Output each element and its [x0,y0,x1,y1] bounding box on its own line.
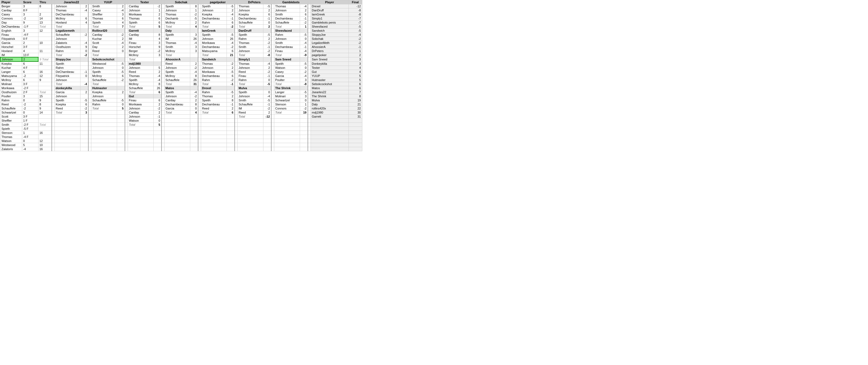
team-separator [161,123,164,127]
gamblebots-player-score: -9 [300,53,308,57]
jsearles22-player-score: -4 [80,41,88,45]
team-separator [308,147,311,151]
player-score: 1 F [22,119,38,123]
player-score: 3 [22,94,38,98]
drpeters-player-name: Johnson [238,49,263,53]
final-player-score: 21 [348,102,362,107]
texter-player-score: 1 [153,8,161,12]
texter-player-name [128,139,153,143]
team-separator [235,143,238,147]
drpeters-player-score: -5 [263,33,271,37]
pagelpoker-player-score: -2 [226,62,235,66]
drpeters-player-name: Speith [238,33,263,37]
jsearles22-player-name: Johnson [55,4,80,8]
drpeters-player-name: Total [238,25,263,29]
jsearles22-player-name: donkeykilla [55,86,80,90]
texter-player-name: Thomas [128,74,153,78]
team-separator [308,119,311,123]
team-separator [271,135,274,139]
team-separator [198,45,201,49]
texter-player-score: 6 [153,90,161,94]
team-separator [235,4,238,8]
player-thru: 8 [38,102,52,107]
team-separator [88,86,91,90]
jsearles22-player-score: 6 [80,17,88,21]
player-thru: Total [38,90,52,94]
team-separator [235,127,238,131]
team-separator [308,90,311,94]
team-separator [308,111,311,115]
drpeters-player-name: Thomas [238,62,263,66]
pagelpoker-player-score: -2 [226,78,235,82]
team-separator [88,37,91,41]
team-separator [125,70,128,74]
jsearles22-player-score: -2 [80,33,88,37]
team-separator [308,49,311,53]
jsearles22-player-name: Oosthuizen [55,45,80,49]
sobchak-player-score [190,115,198,119]
col-sep8 [308,0,311,4]
main-table: Player Score Thru Jsearles22 YUUP Texter… [0,0,362,151]
sobchak-player-name [164,123,190,127]
team-separator [308,33,311,37]
pagelpoker-player-name: Dechambeau [201,45,226,49]
team-separator [235,139,238,143]
texter-player-score: 2 [153,70,161,74]
player-thru: 16 [38,70,52,74]
team-separator [125,57,128,62]
drpeters-player-name [238,127,263,131]
player-thru: 15 [38,94,52,98]
separator [52,107,55,111]
texter-player-name: IM [128,37,153,41]
team-separator [88,147,91,151]
final-player-name: Sobchak [311,37,348,41]
team-separator [308,82,311,86]
player-name: Garcia [0,41,22,45]
jsearles22-player-name: DeChambeau [55,70,80,74]
texter-player-name: Horschel [128,45,153,49]
pagelpoker-player-name: Johnson [201,66,226,70]
yuup-player-name: Speith [91,70,117,74]
pagelpoker-player-score: 6 [226,21,235,25]
gamblebots-player-score: 2 [300,8,308,12]
final-player-name: Drexel [311,4,348,8]
yuup-player-name [91,115,117,119]
texter-player-score [153,143,161,147]
player-thru [38,37,52,41]
team-separator [308,37,311,41]
team-separator [271,107,274,111]
team-separator [271,82,274,86]
separator [52,57,55,62]
drpeters-player-name: Thomas [238,41,263,45]
team-separator [308,21,311,25]
gamblebots-player-score [300,86,308,90]
separator [52,90,55,94]
pagelpoker-player-name: Total [201,82,226,86]
team-separator [271,12,274,17]
texter-player-name: Finau [128,41,153,45]
col-player: Player [0,0,22,4]
gamblebots-player-name: Dechambeau [274,45,300,49]
team-separator [235,119,238,123]
pagelpoker-player-name: Speith [201,33,226,37]
team-separator [271,25,274,29]
final-player-name: Gamblebots penis [311,21,348,25]
team-separator [235,74,238,78]
team-separator [88,4,91,8]
jsearles22-player-score [80,66,88,70]
pagelpoker-player-name: Morikawa [201,41,226,45]
sobchak-player-name: McIlroy [164,49,190,53]
texter-player-name: Cantlay [128,111,153,115]
team-separator [88,66,91,70]
team-separator [235,135,238,139]
team-separator [88,62,91,66]
team-separator [198,17,201,21]
yuup-player-name: Total [91,107,117,111]
pagelpoker-player-score [226,147,235,151]
separator [52,94,55,98]
sobchak-player-name: Total [164,111,190,115]
yuup-player-name: Rahm [91,102,117,107]
drpeters-player-name: Johnson [238,66,263,70]
team-separator [161,94,164,98]
yuup-player-score [117,94,125,98]
